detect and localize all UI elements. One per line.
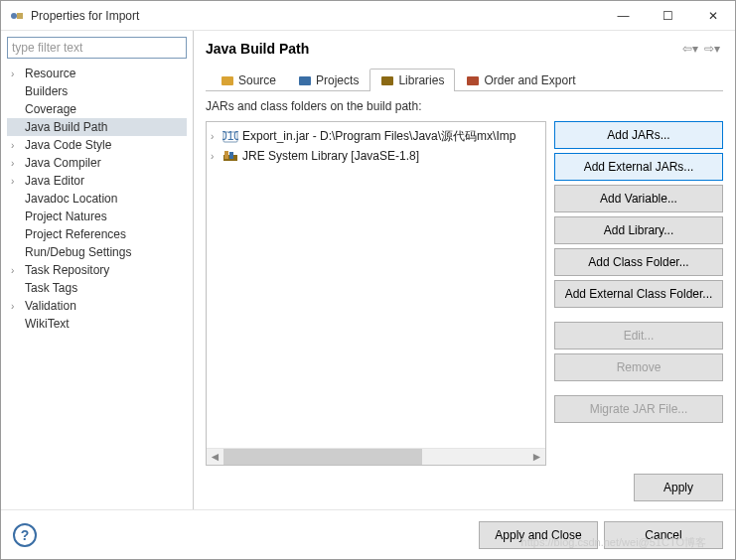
tree-item-label: Builders [23,84,68,98]
tree-item-label: Resource [23,67,75,80]
svg-rect-4 [381,76,393,85]
filter-input[interactable]: type filter text [7,37,187,59]
chevron-right-icon: › [11,265,23,276]
tree-item-project-natures[interactable]: Project Natures [7,208,187,225]
button-column: Add JARs... Add External JARs... Add Var… [554,121,723,466]
remove-button: Remove [554,353,723,381]
dialog-body: type filter text ›ResourceBuildersCovera… [1,31,735,509]
window-buttons: — ☐ ✕ [601,1,735,31]
libraries-icon [380,73,394,87]
nav-back-button[interactable]: ⇦▾ [679,39,701,59]
chevron-right-icon: › [211,131,222,142]
jre-library-icon [222,149,238,163]
maximize-button[interactable]: ☐ [646,1,690,31]
tree-item-java-code-style[interactable]: ›Java Code Style [7,136,187,154]
tab-label: Projects [316,73,359,87]
source-folder-icon [221,73,234,87]
tree-item-coverage[interactable]: Coverage [7,100,187,118]
tab-description: JARs and class folders on the build path… [206,99,723,113]
migrate-jar-button: Migrate JAR File... [554,395,723,423]
cancel-button[interactable]: Cancel [604,521,723,549]
svg-text:010: 010 [222,130,238,143]
tree-item-task-repository[interactable]: ›Task Repository [7,261,187,279]
tree-item-validation[interactable]: ›Validation [7,297,187,315]
tree-item-label: Project Natures [23,210,107,223]
tree-item-label: Project References [23,227,126,241]
add-variable-button[interactable]: Add Variable... [554,185,723,212]
apply-and-close-button[interactable]: Apply and Close [479,521,598,549]
tree-item-label: WikiText [23,317,70,331]
help-icon[interactable]: ? [13,523,37,547]
order-export-icon [466,73,480,87]
right-header: Java Build Path ⇦▾ ⇨▾ [206,39,723,59]
dialog-footer: ? Apply and Close Cancel [1,509,735,559]
edit-button: Edit... [554,322,723,350]
svg-rect-2 [221,76,233,85]
chevron-right-icon: › [11,301,23,312]
add-class-folder-button[interactable]: Add Class Folder... [554,248,723,276]
nav-forward-button[interactable]: ⇨▾ [701,39,723,59]
app-icon [9,8,25,24]
projects-icon [298,73,312,87]
tree-item-wikitext[interactable]: WikiText [7,315,187,333]
tree-item-label: Coverage [23,102,76,116]
scroll-right-icon[interactable]: ► [528,449,545,466]
apply-row: Apply [206,474,723,501]
tree-item-java-compiler[interactable]: ›Java Compiler [7,154,187,172]
chevron-right-icon: › [11,140,23,151]
tab-libraries[interactable]: Libraries [369,69,455,91]
svg-rect-10 [229,152,233,159]
tab-label: Libraries [398,73,444,87]
tree-item-project-references[interactable]: Project References [7,225,187,243]
tree-item-label: Java Editor [23,174,84,188]
add-external-jars-button[interactable]: Add External JARs... [554,153,723,181]
tree-item-task-tags[interactable]: Task Tags [7,279,187,297]
tab-bar: SourceProjectsLibrariesOrder and Export [206,69,723,91]
right-panel: Java Build Path ⇦▾ ⇨▾ SourceProjectsLibr… [194,31,735,509]
tree-item-resource[interactable]: ›Resource [7,65,187,82]
jar-item[interactable]: ›JRE System Library [JavaSE-1.8] [211,147,541,165]
chevron-right-icon: › [211,151,222,162]
left-panel: type filter text ›ResourceBuildersCovera… [1,31,194,509]
tree-item-label: Java Build Path [23,120,107,134]
chevron-right-icon: › [11,158,23,169]
svg-rect-9 [224,151,228,159]
tab-source[interactable]: Source [210,69,287,91]
chevron-right-icon: › [11,69,23,79]
tree-item-label: Java Compiler [23,156,101,170]
tree-item-label: Javadoc Location [23,192,117,206]
jar-item-label: JRE System Library [JavaSE-1.8] [242,149,419,163]
tree-item-label: Validation [23,299,76,313]
apply-button[interactable]: Apply [634,474,723,501]
svg-rect-3 [299,76,311,85]
titlebar: Properties for Import — ☐ ✕ [1,1,735,31]
minimize-button[interactable]: — [601,1,646,31]
tree-item-run-debug-settings[interactable]: Run/Debug Settings [7,243,187,261]
page-title: Java Build Path [206,41,679,57]
add-library-button[interactable]: Add Library... [554,216,723,244]
tab-projects[interactable]: Projects [287,69,369,91]
jar-list[interactable]: ›010Export_in.jar - D:\Program Files\Jav… [206,121,546,466]
tab-order-and-export[interactable]: Order and Export [455,69,586,91]
jar-item-label: Export_in.jar - D:\Program Files\Java\源代… [242,128,515,145]
jar-icon: 010 [222,130,238,144]
tree-item-label: Task Repository [23,263,109,277]
category-tree[interactable]: ›ResourceBuildersCoverageJava Build Path… [7,65,187,503]
close-button[interactable]: ✕ [690,1,735,31]
tree-item-java-build-path[interactable]: Java Build Path [7,118,187,136]
tree-item-javadoc-location[interactable]: Javadoc Location [7,190,187,208]
libraries-row: ›010Export_in.jar - D:\Program Files\Jav… [206,121,723,466]
chevron-right-icon: › [11,176,23,187]
tree-item-java-editor[interactable]: ›Java Editor [7,172,187,190]
tree-item-builders[interactable]: Builders [7,82,187,100]
jar-item[interactable]: ›010Export_in.jar - D:\Program Files\Jav… [211,126,541,147]
horizontal-scrollbar[interactable]: ◄ ► [207,448,545,465]
scroll-left-icon[interactable]: ◄ [207,449,223,466]
tree-item-label: Run/Debug Settings [23,245,131,259]
tree-item-label: Task Tags [23,281,77,295]
add-jars-button[interactable]: Add JARs... [554,121,723,149]
tab-label: Order and Export [484,73,575,87]
tab-label: Source [238,73,276,87]
svg-rect-1 [17,13,23,19]
add-external-class-folder-button[interactable]: Add External Class Folder... [554,280,723,308]
